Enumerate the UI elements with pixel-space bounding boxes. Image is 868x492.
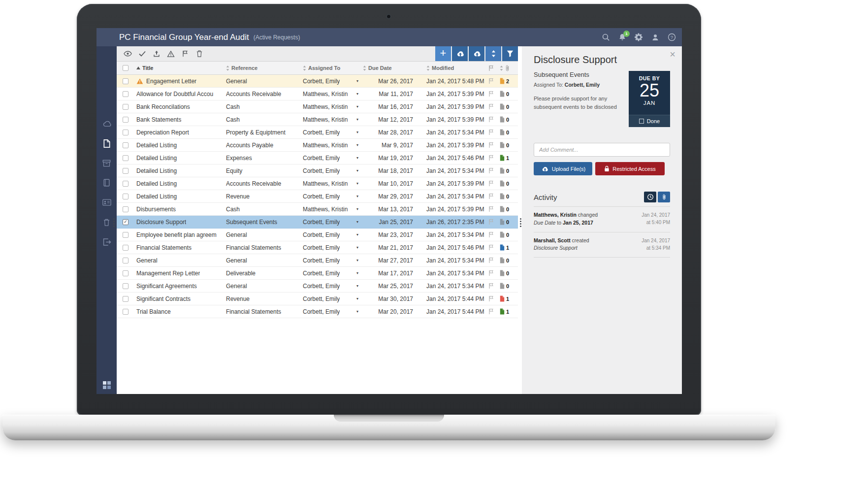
eye-icon[interactable]	[124, 51, 132, 57]
row-attachments[interactable]: 2	[497, 78, 518, 84]
row-flag-icon[interactable]	[485, 295, 497, 302]
row-attachments[interactable]: 1	[497, 295, 518, 302]
user-profile-icon[interactable]	[651, 33, 659, 41]
cloud-icon[interactable]	[101, 118, 113, 130]
row-checkbox[interactable]: ✓	[123, 219, 129, 225]
row-flag-icon[interactable]	[485, 206, 497, 212]
upload-cloud-button-2[interactable]	[469, 46, 484, 61]
table-row[interactable]: Allowance for Doubtful AccouAccounts Rec…	[117, 88, 518, 100]
row-assigned-dropdown[interactable]: Matthews, Kristin▾	[303, 180, 361, 187]
row-checkbox[interactable]	[123, 130, 129, 135]
ledger-book-icon[interactable]	[101, 177, 113, 189]
row-flag-icon[interactable]	[485, 219, 497, 225]
row-attachments[interactable]: 0	[497, 270, 518, 276]
row-flag-icon[interactable]	[485, 257, 497, 263]
table-row[interactable]: Depreciation ReportProperty & Equiptment…	[117, 126, 518, 139]
row-checkbox[interactable]	[123, 270, 129, 276]
row-checkbox[interactable]	[123, 232, 129, 238]
row-checkbox[interactable]	[123, 117, 129, 123]
requests-document-icon[interactable]	[101, 137, 113, 149]
row-attachments[interactable]: 0	[497, 103, 518, 110]
row-checkbox[interactable]	[123, 142, 129, 148]
row-assigned-dropdown[interactable]: Matthews, Kristin▾	[303, 206, 361, 213]
table-row[interactable]: Significant ContractsRevenueCorbett, Emi…	[117, 293, 518, 305]
row-checkbox[interactable]	[123, 245, 129, 251]
table-row[interactable]: Detailed ListingExpensesCorbett, Emily▾M…	[117, 152, 518, 164]
row-assigned-dropdown[interactable]: Corbett, Emily▾	[303, 308, 361, 315]
row-flag-icon[interactable]	[485, 116, 497, 123]
row-flag-icon[interactable]	[485, 155, 497, 161]
row-flag-icon[interactable]	[485, 78, 497, 84]
table-row[interactable]: GeneralGeneralCorbett, Emily▾Mar 27, 201…	[117, 254, 518, 267]
column-title[interactable]: Title	[136, 65, 226, 71]
row-checkbox[interactable]	[123, 206, 129, 212]
row-attachments[interactable]: 0	[497, 231, 518, 238]
search-icon[interactable]	[602, 33, 610, 41]
table-row[interactable]: Detailed ListingEquityCorbett, Emily▾Mar…	[117, 164, 518, 177]
table-row[interactable]: DisbursementsCashMatthews, Kristin▾Mar 1…	[117, 203, 518, 216]
table-row[interactable]: Bank StatementsCashMatthews, Kristin▾Mar…	[117, 113, 518, 126]
row-flag-icon[interactable]	[485, 193, 497, 199]
table-row[interactable]: ✓Disclosure SupportSubsequent EventsCorb…	[117, 216, 518, 229]
table-row[interactable]: Management Rep LetterDeliverableCorbett,…	[117, 267, 518, 280]
row-checkbox[interactable]	[123, 168, 129, 174]
sign-out-icon[interactable]	[101, 236, 113, 248]
row-flag-icon[interactable]	[485, 91, 497, 97]
drag-handle-icon[interactable]	[520, 218, 521, 220]
row-assigned-dropdown[interactable]: Corbett, Emily▾	[303, 78, 361, 85]
row-checkbox[interactable]	[123, 78, 129, 84]
row-flag-icon[interactable]	[485, 283, 497, 289]
row-attachments[interactable]: 1	[497, 308, 518, 315]
contacts-card-icon[interactable]	[101, 197, 113, 208]
row-checkbox[interactable]	[123, 258, 129, 263]
drag-handle-icon[interactable]	[113, 218, 115, 220]
table-row[interactable]: Trial BalanceFinancial StatementsCorbett…	[117, 305, 518, 318]
row-attachments[interactable]: 0	[497, 193, 518, 199]
row-checkbox[interactable]	[123, 91, 129, 97]
column-modified[interactable]: Modified	[413, 65, 485, 71]
table-row[interactable]: Financial StatementsFinancial Statements…	[117, 241, 518, 254]
row-attachments[interactable]: 1	[497, 155, 518, 161]
upload-cloud-button[interactable]	[452, 46, 468, 61]
table-row[interactable]: Engagement LetterGeneralCorbett, Emily▾M…	[117, 75, 518, 88]
row-assigned-dropdown[interactable]: Corbett, Emily▾	[303, 270, 361, 277]
row-flag-icon[interactable]	[485, 244, 497, 251]
row-flag-icon[interactable]	[485, 129, 497, 135]
windows-logo-icon[interactable]	[103, 381, 111, 389]
help-icon[interactable]: ?	[668, 33, 676, 41]
table-row[interactable]: Significant AgreementsGeneralCorbett, Em…	[117, 280, 518, 293]
checkmark-icon[interactable]	[138, 51, 146, 57]
comment-input[interactable]	[534, 143, 670, 157]
row-assigned-dropdown[interactable]: Corbett, Emily▾	[303, 244, 361, 251]
row-assigned-dropdown[interactable]: Corbett, Emily▾	[303, 257, 361, 264]
activity-history-button[interactable]	[644, 192, 656, 202]
archive-box-icon[interactable]	[101, 157, 113, 169]
row-assigned-dropdown[interactable]: Matthews, Kristin▾	[303, 91, 361, 98]
row-assigned-dropdown[interactable]: Corbett, Emily▾	[303, 295, 361, 302]
column-attachments[interactable]	[497, 65, 518, 72]
row-flag-icon[interactable]	[485, 308, 497, 315]
row-attachments[interactable]: 0	[497, 129, 518, 135]
row-assigned-dropdown[interactable]: Matthews, Kristin▾	[303, 103, 361, 110]
sort-order-button[interactable]	[485, 46, 501, 61]
share-upload-icon[interactable]	[152, 50, 161, 57]
row-checkbox[interactable]	[123, 104, 129, 110]
row-assigned-dropdown[interactable]: Corbett, Emily▾	[303, 155, 361, 162]
row-checkbox[interactable]	[123, 309, 129, 315]
row-assigned-dropdown[interactable]: Matthews, Kristin▾	[303, 142, 361, 149]
row-checkbox[interactable]	[123, 181, 129, 187]
row-flag-icon[interactable]	[485, 103, 497, 110]
activity-attachments-button[interactable]	[658, 192, 670, 202]
row-assigned-dropdown[interactable]: Corbett, Emily▾	[303, 167, 361, 174]
close-icon[interactable]: ×	[670, 49, 675, 59]
table-row[interactable]: Employee benefit plan agreemGeneralCorbe…	[117, 229, 518, 241]
restricted-access-button[interactable]: Restricted Access	[595, 162, 665, 175]
table-row[interactable]: Detailed ListingAccounts PayableMatthews…	[117, 139, 518, 152]
warning-triangle-icon[interactable]	[166, 51, 175, 57]
row-flag-icon[interactable]	[485, 231, 497, 238]
row-assigned-dropdown[interactable]: Corbett, Emily▾	[303, 193, 361, 200]
row-checkbox[interactable]	[123, 155, 129, 161]
row-assigned-dropdown[interactable]: Corbett, Emily▾	[303, 283, 361, 290]
row-attachments[interactable]: 0	[497, 167, 518, 174]
column-assigned-to[interactable]: Assigned To	[303, 65, 361, 71]
